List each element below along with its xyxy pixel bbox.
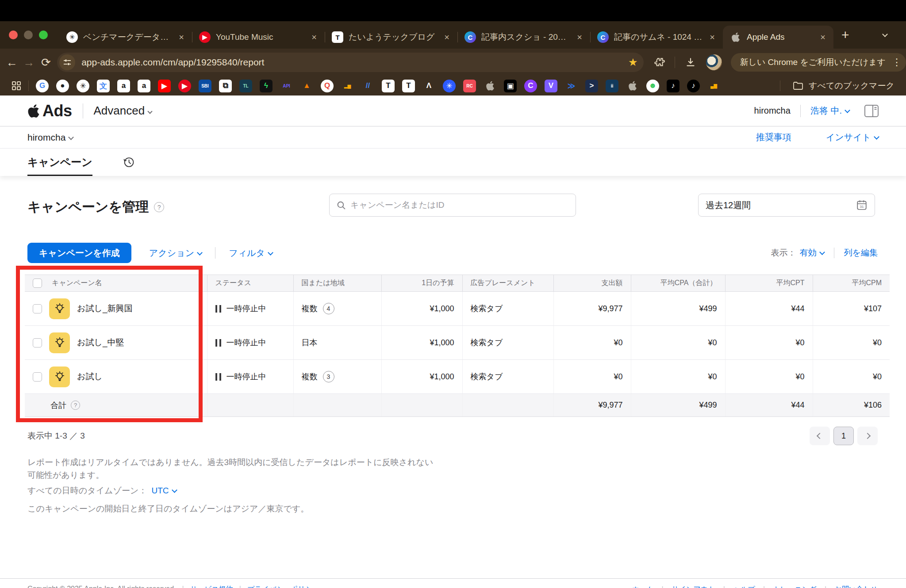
col-placement[interactable]: 広告プレースメント xyxy=(462,275,553,292)
site-settings-icon[interactable] xyxy=(59,54,75,70)
back-button[interactable]: ← xyxy=(4,56,20,69)
close-tab-icon[interactable]: × xyxy=(819,32,826,42)
analytics-bars-icon[interactable]: ▂▆ xyxy=(341,80,354,92)
close-tab-icon[interactable]: × xyxy=(178,32,185,42)
next-page-button[interactable] xyxy=(857,427,878,445)
col-status[interactable]: ステータス xyxy=(207,275,293,292)
google-icon[interactable]: G xyxy=(36,80,49,92)
tab-canva-screenshot[interactable]: C 記事内スクショ - 2048 × 13 × xyxy=(457,26,590,49)
campaign-name-link[interactable]: お試し xyxy=(77,371,103,382)
actions-dropdown[interactable]: アクション xyxy=(149,247,202,259)
tab-search-chevron-icon[interactable] xyxy=(875,27,894,43)
google-translate-icon[interactable]: 文 xyxy=(97,80,110,92)
date-range-picker[interactable]: 過去12週間 31 xyxy=(698,194,875,217)
close-window-button[interactable] xyxy=(9,31,18,39)
youtube-icon[interactable]: ▶ xyxy=(158,80,171,92)
downloads-icon[interactable] xyxy=(685,57,696,68)
lightning-icon[interactable]: ϟ xyxy=(260,80,273,92)
timezone-dropdown[interactable]: UTC xyxy=(151,484,176,497)
home-link[interactable]: ホーム xyxy=(632,585,653,588)
display-filter-dropdown[interactable]: 有効 xyxy=(800,247,824,259)
sidebar-toggle-icon[interactable] xyxy=(864,105,879,117)
insights-link[interactable]: インサイト xyxy=(826,131,879,143)
terms-link[interactable]: サービス規約 xyxy=(190,585,233,588)
tab-canva-thumbnail[interactable]: C 記事のサムネ - 1024 × 500 × xyxy=(590,26,723,49)
vexd-icon[interactable]: V xyxy=(545,80,557,92)
apple-icon[interactable] xyxy=(484,80,496,92)
github-icon[interactable]: ● xyxy=(56,80,69,92)
arrow-blue-icon[interactable]: ≫ xyxy=(565,80,578,92)
privacy-link[interactable]: プライバシーポリシー xyxy=(247,585,319,588)
arrow-navy-icon[interactable]: > xyxy=(585,80,598,92)
google-ads-icon[interactable]: // xyxy=(361,80,374,92)
tab-youtube-music[interactable]: ▶ YouTube Music × xyxy=(192,26,325,49)
row-checkbox[interactable] xyxy=(33,304,42,313)
tab-taiyou-blog[interactable]: T たいようテックブログ × xyxy=(325,26,457,49)
select-all-checkbox[interactable] xyxy=(33,279,42,288)
campaign-search[interactable] xyxy=(329,194,576,217)
tiktok-icon[interactable]: ♪ xyxy=(667,80,680,92)
col-avg-cpt[interactable]: 平均CPT xyxy=(725,275,813,292)
training-link[interactable]: トレーニング xyxy=(773,585,817,588)
row-checkbox[interactable] xyxy=(33,372,42,382)
window-controls[interactable] xyxy=(9,31,48,39)
history-icon[interactable] xyxy=(123,156,135,168)
ga-icon[interactable]: ▄▇ xyxy=(707,80,720,92)
lambda-icon[interactable]: Λ xyxy=(422,80,435,92)
table-row[interactable]: お試し 一時停止中 複数3 ¥1,000 検索タブ ¥0 ¥0 ¥0 ¥0 xyxy=(25,360,890,394)
filter-dropdown[interactable]: フィルタ xyxy=(229,247,273,259)
forward-button[interactable]: → xyxy=(20,56,37,69)
campaign-name-link[interactable]: お試し_新興国 xyxy=(77,303,132,314)
tab-campaigns[interactable]: キャンペーン xyxy=(27,149,92,176)
reload-button[interactable]: ⟳ xyxy=(38,56,54,69)
row-checkbox[interactable] xyxy=(33,338,42,347)
col-avg-cpa[interactable]: 平均CPA（合計） xyxy=(631,275,725,292)
chrome-update-button[interactable]: 新しい Chrome をご利用いただけます ⋮ xyxy=(731,53,906,72)
browser-menu-icon[interactable]: ⋮ xyxy=(892,57,902,68)
help-icon[interactable]: ? xyxy=(154,202,164,212)
amazon-icon[interactable]: a xyxy=(117,80,130,92)
close-tab-icon[interactable]: × xyxy=(311,32,318,42)
col-daily-budget[interactable]: 1日の予算 xyxy=(381,275,462,292)
close-tab-icon[interactable]: × xyxy=(709,32,716,42)
nav-mode-dropdown[interactable]: Advanced xyxy=(94,104,152,118)
tab-benchmark[interactable]: ✳ ベンチマークデータ機能 × xyxy=(59,26,192,49)
youtube-music-icon[interactable]: ▶ xyxy=(178,80,191,92)
canva-icon[interactable]: C xyxy=(524,80,537,92)
t-site-2-icon[interactable]: T xyxy=(402,80,415,92)
techlab-icon[interactable]: TL xyxy=(239,80,252,92)
ii-navy-icon[interactable]: ii xyxy=(606,80,618,92)
google-q-icon[interactable]: Q xyxy=(321,80,334,92)
total-help-icon[interactable]: ? xyxy=(71,401,80,410)
url-text[interactable]: app-ads.apple.com/cm/app/19295840/report xyxy=(81,57,628,68)
user-menu[interactable]: 浩将 中. xyxy=(810,105,849,117)
signout-link[interactable]: サインアウト xyxy=(672,585,715,588)
prev-page-button[interactable] xyxy=(810,427,830,445)
close-tab-icon[interactable]: × xyxy=(576,32,583,42)
col-avg-cpm[interactable]: 平均CPM xyxy=(813,275,890,292)
col-campaign-name[interactable]: キャンペーン名 xyxy=(52,279,102,288)
current-page[interactable]: 1 xyxy=(833,427,854,445)
apple-2-icon[interactable] xyxy=(626,80,639,92)
org-selector[interactable]: hiromcha xyxy=(27,132,73,143)
table-row[interactable]: お試し_新興国 一時停止中 複数4 ¥1,000 検索タブ ¥9,977 ¥49… xyxy=(25,292,890,326)
openai-icon[interactable]: ✳ xyxy=(77,80,89,92)
tab-apple-ads-active[interactable]: Apple Ads × xyxy=(723,26,833,49)
col-spend[interactable]: 支出額 xyxy=(553,275,631,292)
recommendations-link[interactable]: 推奨事項 xyxy=(756,131,791,143)
col-region[interactable]: 国または地域 xyxy=(293,275,381,292)
bookmark-star-icon[interactable]: ★ xyxy=(628,56,638,69)
close-tab-icon[interactable]: × xyxy=(443,32,450,42)
create-campaign-button[interactable]: キャンペーンを作成 xyxy=(27,243,131,263)
green-face-icon[interactable]: ☻ xyxy=(646,80,659,92)
table-row[interactable]: お試し_中堅 一時停止中 日本 ¥1,000 検索タブ ¥0 ¥0 ¥0 ¥0 xyxy=(25,326,890,360)
new-tab-button[interactable]: + xyxy=(841,28,849,42)
sbi-icon[interactable]: SBI xyxy=(199,80,211,92)
t-site-icon[interactable]: T xyxy=(382,80,395,92)
openai-blue-icon[interactable]: ✳ xyxy=(443,80,456,92)
edit-columns-link[interactable]: 列を編集 xyxy=(844,247,878,259)
all-bookmarks[interactable]: すべてのブックマーク xyxy=(773,80,894,92)
extensions-icon[interactable] xyxy=(653,57,665,68)
flame-icon[interactable]: ▲ xyxy=(300,80,313,92)
notes-icon[interactable]: ⧉ xyxy=(219,80,232,92)
